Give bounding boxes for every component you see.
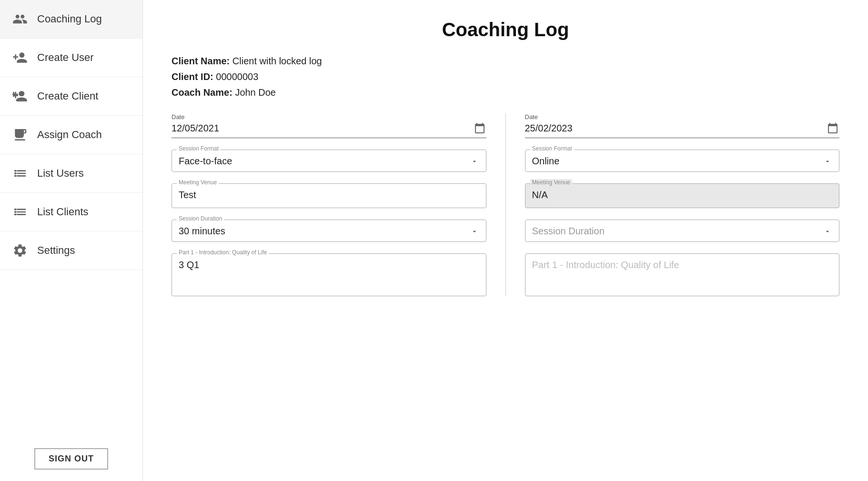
left-date-field[interactable]: 12/05/2021: [172, 121, 486, 138]
left-calendar-icon[interactable]: [473, 121, 486, 135]
right-part1-wrapper[interactable]: Part 1 - Introduction: Quality of Life: [525, 253, 840, 296]
right-meeting-venue-wrapper: Meeting Venue N/A: [525, 183, 840, 208]
right-session-duration-arrow[interactable]: [823, 227, 832, 236]
right-session-format-wrapper[interactable]: Session Format Online: [525, 150, 840, 172]
right-meeting-venue-legend: Meeting Venue: [530, 179, 572, 186]
coach-name-label: Coach Name:: [172, 87, 232, 98]
right-session-duration-row: Session Duration: [532, 226, 833, 237]
sidebar: Coaching Log Create User Create Client: [0, 0, 143, 481]
main-content: Coaching Log Client Name: Client with lo…: [143, 0, 868, 481]
right-session-format-legend: Session Format: [530, 145, 574, 152]
right-session-duration-wrapper[interactable]: Session Duration: [525, 220, 840, 242]
sign-out-area: SIGN OUT: [0, 437, 142, 481]
left-session-format-arrow[interactable]: [470, 157, 479, 166]
client-id-value: 00000003: [216, 71, 258, 82]
left-meeting-venue-value: Test: [179, 190, 479, 203]
right-column: Date 25/02/2023 Session Format Online: [525, 113, 840, 296]
left-date-value: 12/05/2021: [172, 123, 473, 134]
left-session-format-legend: Session Format: [177, 145, 221, 152]
sidebar-item-create-user[interactable]: Create User: [0, 39, 142, 77]
right-meeting-venue-value: N/A: [532, 190, 833, 203]
sidebar-item-settings[interactable]: Settings: [0, 231, 142, 270]
right-calendar-icon[interactable]: [826, 121, 839, 135]
sidebar-item-create-client[interactable]: Create Client: [0, 77, 142, 116]
right-date-field[interactable]: 25/02/2023: [525, 121, 840, 138]
sign-out-button[interactable]: SIGN OUT: [34, 448, 108, 470]
left-session-format-row: Face-to-face: [179, 156, 479, 167]
sidebar-item-coaching-log[interactable]: Coaching Log: [0, 0, 142, 39]
sidebar-label-settings: Settings: [37, 244, 75, 257]
list-users-icon: [11, 165, 29, 182]
left-part1-value: 3 Q1: [179, 260, 479, 271]
coach-name-value: John Doe: [235, 87, 276, 98]
svg-point-5: [15, 213, 17, 215]
svg-point-2: [15, 175, 17, 177]
left-column: Date 12/05/2021 Session Format Face-to-f…: [172, 113, 486, 296]
client-name-row: Client Name: Client with locked log: [172, 56, 839, 67]
right-date-group: Date 25/02/2023: [525, 113, 840, 138]
left-part1-wrapper[interactable]: Part 1 - Introduction: Quality of Life 3…: [172, 253, 486, 296]
sidebar-item-list-users[interactable]: List Users: [0, 154, 142, 193]
page-title: Coaching Log: [172, 19, 839, 40]
left-meeting-venue-wrapper[interactable]: Meeting Venue Test: [172, 183, 486, 208]
left-date-label: Date: [172, 113, 486, 120]
column-divider: [505, 113, 506, 296]
left-part1-legend: Part 1 - Introduction: Quality of Life: [177, 249, 269, 256]
left-session-duration-arrow[interactable]: [470, 227, 479, 236]
sidebar-label-coaching-log: Coaching Log: [37, 13, 102, 25]
client-info: Client Name: Client with locked log Clie…: [172, 56, 839, 98]
right-date-value: 25/02/2023: [525, 123, 827, 134]
create-client-icon: [11, 88, 29, 105]
right-session-duration-placeholder: Session Duration: [532, 226, 605, 237]
client-name-label: Client Name:: [172, 56, 230, 66]
left-session-duration-legend: Session Duration: [177, 215, 224, 222]
log-columns: Date 12/05/2021 Session Format Face-to-f…: [172, 113, 839, 296]
left-meeting-venue-legend: Meeting Venue: [177, 179, 219, 186]
left-date-group: Date 12/05/2021: [172, 113, 486, 138]
svg-point-3: [15, 209, 17, 210]
right-session-format-value: Online: [532, 156, 560, 167]
create-user-icon: [11, 49, 29, 66]
sidebar-item-list-clients[interactable]: List Clients: [0, 193, 142, 231]
sidebar-label-create-user: Create User: [37, 51, 94, 64]
sidebar-label-assign-coach: Assign Coach: [37, 129, 102, 141]
client-id-row: Client ID: 00000003: [172, 71, 839, 82]
right-session-format-arrow[interactable]: [823, 157, 832, 166]
settings-icon: [11, 242, 29, 259]
client-name-value: Client with locked log: [232, 56, 322, 66]
sidebar-item-assign-coach[interactable]: Assign Coach: [0, 116, 142, 154]
sidebar-label-list-users: List Users: [37, 167, 84, 180]
coach-name-row: Coach Name: John Doe: [172, 87, 839, 98]
coaching-log-icon: [11, 10, 29, 28]
svg-point-4: [15, 211, 17, 213]
sidebar-label-create-client: Create Client: [37, 90, 98, 102]
svg-point-1: [15, 172, 17, 174]
svg-point-0: [15, 170, 17, 172]
client-id-label: Client ID:: [172, 71, 213, 82]
left-session-duration-wrapper[interactable]: Session Duration 30 minutes: [172, 220, 486, 242]
left-session-duration-row: 30 minutes: [179, 226, 479, 237]
right-part1-placeholder: Part 1 - Introduction: Quality of Life: [532, 260, 833, 271]
sidebar-label-list-clients: List Clients: [37, 206, 89, 218]
assign-coach-icon: [11, 126, 29, 143]
right-date-label: Date: [525, 113, 840, 120]
left-session-format-wrapper[interactable]: Session Format Face-to-face: [172, 150, 486, 172]
left-session-format-value: Face-to-face: [179, 156, 232, 167]
right-session-format-row: Online: [532, 156, 833, 167]
list-clients-icon: [11, 203, 29, 220]
left-session-duration-value: 30 minutes: [179, 226, 225, 237]
